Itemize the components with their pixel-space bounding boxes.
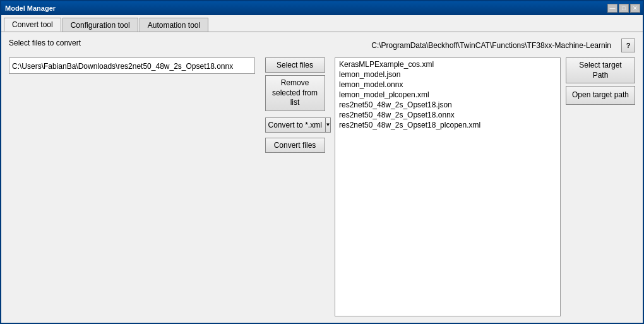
- tabs-bar: Convert tool Configuration tool Automati…: [1, 15, 643, 32]
- maximize-button[interactable]: □: [619, 4, 629, 13]
- convert-to-select[interactable]: Convert to *.xml: [265, 117, 326, 133]
- convert-to-dropdown-row: Convert to *.xml ▼: [265, 117, 325, 133]
- right-buttons: Select target Path Open target path: [566, 57, 635, 316]
- window-title: Model Manager: [5, 4, 56, 12]
- section-label: Select files to convert: [9, 39, 81, 47]
- close-button[interactable]: ✕: [630, 4, 640, 13]
- tab-automation[interactable]: Automation tool: [140, 18, 208, 32]
- main-area: C:\Users\FabianBa\Downloads\res2net50_48…: [9, 57, 635, 316]
- minimize-button[interactable]: —: [607, 4, 617, 13]
- convert-dropdown-arrow-icon[interactable]: ▼: [326, 117, 331, 133]
- list-item[interactable]: lemon_model.onnx: [337, 80, 559, 90]
- list-item[interactable]: res2net50_48w_2s_Opset18.json: [337, 100, 559, 110]
- tab-configuration[interactable]: Configuration tool: [63, 18, 138, 32]
- content-area: Select files to convert C:\ProgramData\B…: [1, 32, 643, 323]
- tab-convert[interactable]: Convert tool: [4, 18, 61, 32]
- list-item[interactable]: lemon_model.json: [337, 69, 559, 80]
- right-panel: KerasMLPExample_cos.xmllemon_model.jsonl…: [335, 57, 635, 316]
- open-target-path-button[interactable]: Open target path: [566, 86, 635, 105]
- select-files-button[interactable]: Select files: [265, 57, 325, 73]
- remove-selected-button[interactable]: Remove selected from list: [265, 75, 325, 111]
- left-panel: C:\Users\FabianBa\Downloads\res2net50_48…: [9, 57, 255, 316]
- list-item[interactable]: res2net50_48w_2s_Opset18_plcopen.xml: [337, 120, 559, 130]
- selected-file-display: C:\Users\FabianBa\Downloads\res2net50_48…: [9, 57, 255, 74]
- file-list-box[interactable]: KerasMLPExample_cos.xmllemon_model.jsonl…: [335, 57, 561, 316]
- target-path-display: C:\ProgramData\Beckhoff\TwinCAT\Function…: [371, 41, 611, 50]
- select-target-path-button[interactable]: Select target Path: [566, 57, 635, 83]
- list-item[interactable]: res2net50_48w_2s_Opset18.onnx: [337, 110, 559, 120]
- list-item[interactable]: lemon_model_plcopen.xml: [337, 90, 559, 100]
- list-item[interactable]: KerasMLPExample_cos.xml: [337, 59, 559, 69]
- window-controls: — □ ✕: [607, 4, 640, 13]
- files-list-area: KerasMLPExample_cos.xmllemon_model.jsonl…: [335, 57, 635, 316]
- middle-panel: Select files Remove selected from list C…: [260, 57, 330, 316]
- title-bar: Model Manager — □ ✕: [1, 1, 643, 15]
- help-button[interactable]: ?: [621, 39, 635, 52]
- convert-files-button[interactable]: Convert files: [265, 138, 325, 153]
- main-window: Model Manager — □ ✕ Convert tool Configu…: [0, 0, 644, 324]
